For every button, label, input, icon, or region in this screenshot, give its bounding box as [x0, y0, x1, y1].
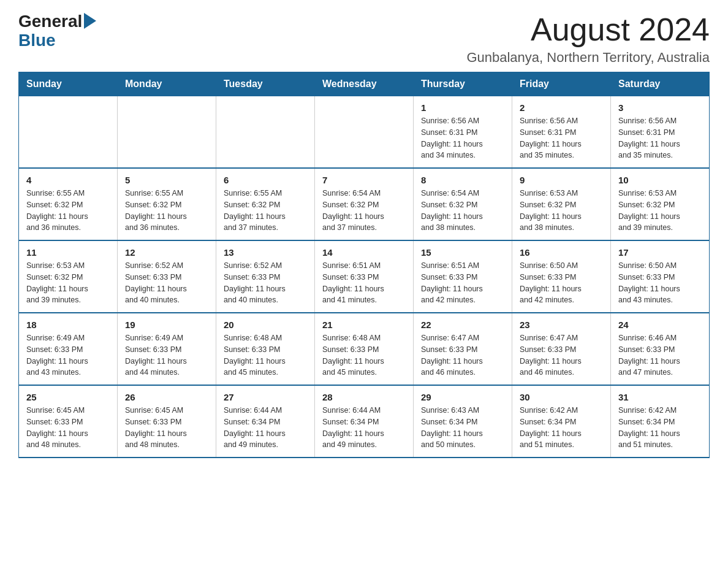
- day-info: Sunrise: 6:53 AMSunset: 6:32 PMDaylight:…: [520, 188, 603, 234]
- day-info: Sunrise: 6:54 AMSunset: 6:32 PMDaylight:…: [421, 188, 504, 234]
- calendar-cell: 8Sunrise: 6:54 AMSunset: 6:32 PMDaylight…: [414, 168, 512, 240]
- day-number: 1: [421, 102, 504, 113]
- calendar-cell: [315, 96, 414, 169]
- logo-blue-text: Blue: [18, 31, 56, 50]
- day-info: Sunrise: 6:55 AMSunset: 6:32 PMDaylight:…: [26, 188, 110, 234]
- title-section: August 2024 Gunbalanya, Northern Territo…: [466, 12, 710, 66]
- calendar-cell: 19Sunrise: 6:49 AMSunset: 6:33 PMDayligh…: [118, 313, 216, 385]
- calendar-cell: 3Sunrise: 6:56 AMSunset: 6:31 PMDaylight…: [611, 96, 710, 169]
- svg-marker-0: [84, 13, 96, 29]
- day-info: Sunrise: 6:52 AMSunset: 6:33 PMDaylight:…: [224, 260, 307, 306]
- week-row-2: 4Sunrise: 6:55 AMSunset: 6:32 PMDaylight…: [19, 168, 710, 240]
- day-number: 25: [26, 392, 110, 402]
- calendar-cell: [19, 96, 118, 169]
- day-info: Sunrise: 6:47 AMSunset: 6:33 PMDaylight:…: [520, 332, 603, 378]
- month-title: August 2024: [466, 12, 710, 47]
- day-number: 7: [322, 175, 406, 185]
- logo-arrow-icon: [84, 13, 96, 29]
- calendar-cell: [216, 96, 315, 169]
- header-monday: Monday: [118, 72, 216, 96]
- calendar-cell: 16Sunrise: 6:50 AMSunset: 6:33 PMDayligh…: [512, 240, 611, 313]
- day-info: Sunrise: 6:42 AMSunset: 6:34 PMDaylight:…: [618, 405, 702, 451]
- day-number: 13: [224, 247, 307, 258]
- day-info: Sunrise: 6:42 AMSunset: 6:34 PMDaylight:…: [520, 405, 603, 451]
- calendar-cell: 7Sunrise: 6:54 AMSunset: 6:32 PMDaylight…: [315, 168, 414, 240]
- day-number: 3: [618, 102, 702, 113]
- calendar-cell: 5Sunrise: 6:55 AMSunset: 6:32 PMDaylight…: [118, 168, 216, 240]
- calendar-cell: 18Sunrise: 6:49 AMSunset: 6:33 PMDayligh…: [19, 313, 118, 385]
- day-number: 27: [224, 392, 307, 402]
- day-info: Sunrise: 6:46 AMSunset: 6:33 PMDaylight:…: [618, 332, 702, 378]
- day-info: Sunrise: 6:45 AMSunset: 6:33 PMDaylight:…: [26, 405, 110, 451]
- day-info: Sunrise: 6:45 AMSunset: 6:33 PMDaylight:…: [125, 405, 208, 451]
- day-number: 18: [26, 320, 110, 330]
- calendar-cell: 20Sunrise: 6:48 AMSunset: 6:33 PMDayligh…: [216, 313, 315, 385]
- day-number: 6: [224, 175, 307, 185]
- day-info: Sunrise: 6:51 AMSunset: 6:33 PMDaylight:…: [421, 260, 504, 306]
- day-number: 2: [520, 102, 603, 113]
- day-number: 23: [520, 320, 603, 330]
- calendar-cell: 15Sunrise: 6:51 AMSunset: 6:33 PMDayligh…: [414, 240, 512, 313]
- calendar-cell: 31Sunrise: 6:42 AMSunset: 6:34 PMDayligh…: [611, 385, 710, 458]
- calendar-cell: 1Sunrise: 6:56 AMSunset: 6:31 PMDaylight…: [414, 96, 512, 169]
- day-number: 29: [421, 392, 504, 402]
- day-info: Sunrise: 6:56 AMSunset: 6:31 PMDaylight:…: [421, 115, 504, 161]
- logo: General Blue: [18, 12, 96, 50]
- calendar-cell: 4Sunrise: 6:55 AMSunset: 6:32 PMDaylight…: [19, 168, 118, 240]
- day-info: Sunrise: 6:50 AMSunset: 6:33 PMDaylight:…: [520, 260, 603, 306]
- week-row-5: 25Sunrise: 6:45 AMSunset: 6:33 PMDayligh…: [19, 385, 710, 458]
- day-number: 22: [421, 320, 504, 330]
- day-number: 26: [125, 392, 208, 402]
- day-info: Sunrise: 6:47 AMSunset: 6:33 PMDaylight:…: [421, 332, 504, 378]
- week-row-4: 18Sunrise: 6:49 AMSunset: 6:33 PMDayligh…: [19, 313, 710, 385]
- calendar-table: SundayMondayTuesdayWednesdayThursdayFrid…: [18, 72, 710, 458]
- day-number: 12: [125, 247, 208, 258]
- logo-general-text: General: [18, 12, 82, 31]
- calendar-cell: 17Sunrise: 6:50 AMSunset: 6:33 PMDayligh…: [611, 240, 710, 313]
- calendar-cell: 14Sunrise: 6:51 AMSunset: 6:33 PMDayligh…: [315, 240, 414, 313]
- calendar-cell: 28Sunrise: 6:44 AMSunset: 6:34 PMDayligh…: [315, 385, 414, 458]
- header-sunday: Sunday: [19, 72, 118, 96]
- day-info: Sunrise: 6:55 AMSunset: 6:32 PMDaylight:…: [125, 188, 208, 234]
- calendar-cell: 2Sunrise: 6:56 AMSunset: 6:31 PMDaylight…: [512, 96, 611, 169]
- day-info: Sunrise: 6:55 AMSunset: 6:32 PMDaylight:…: [224, 188, 307, 234]
- day-number: 5: [125, 175, 208, 185]
- header-friday: Friday: [512, 72, 611, 96]
- day-info: Sunrise: 6:51 AMSunset: 6:33 PMDaylight:…: [322, 260, 406, 306]
- day-info: Sunrise: 6:56 AMSunset: 6:31 PMDaylight:…: [520, 115, 603, 161]
- calendar-cell: 11Sunrise: 6:53 AMSunset: 6:32 PMDayligh…: [19, 240, 118, 313]
- day-number: 21: [322, 320, 406, 330]
- calendar-cell: 13Sunrise: 6:52 AMSunset: 6:33 PMDayligh…: [216, 240, 315, 313]
- day-number: 9: [520, 175, 603, 185]
- day-info: Sunrise: 6:54 AMSunset: 6:32 PMDaylight:…: [322, 188, 406, 234]
- day-number: 15: [421, 247, 504, 258]
- calendar-cell: 22Sunrise: 6:47 AMSunset: 6:33 PMDayligh…: [414, 313, 512, 385]
- day-info: Sunrise: 6:56 AMSunset: 6:31 PMDaylight:…: [618, 115, 702, 161]
- calendar-header-row: SundayMondayTuesdayWednesdayThursdayFrid…: [19, 72, 710, 96]
- day-number: 8: [421, 175, 504, 185]
- day-info: Sunrise: 6:49 AMSunset: 6:33 PMDaylight:…: [26, 332, 110, 378]
- day-info: Sunrise: 6:50 AMSunset: 6:33 PMDaylight:…: [618, 260, 702, 306]
- calendar-cell: 10Sunrise: 6:53 AMSunset: 6:32 PMDayligh…: [611, 168, 710, 240]
- page-header: General Blue August 2024 Gunbalanya, Nor…: [18, 12, 710, 66]
- calendar-cell: 26Sunrise: 6:45 AMSunset: 6:33 PMDayligh…: [118, 385, 216, 458]
- day-info: Sunrise: 6:44 AMSunset: 6:34 PMDaylight:…: [224, 405, 307, 451]
- day-number: 17: [618, 247, 702, 258]
- day-number: 16: [520, 247, 603, 258]
- calendar-cell: 12Sunrise: 6:52 AMSunset: 6:33 PMDayligh…: [118, 240, 216, 313]
- day-number: 30: [520, 392, 603, 402]
- calendar-cell: 27Sunrise: 6:44 AMSunset: 6:34 PMDayligh…: [216, 385, 315, 458]
- header-thursday: Thursday: [414, 72, 512, 96]
- day-number: 28: [322, 392, 406, 402]
- day-info: Sunrise: 6:43 AMSunset: 6:34 PMDaylight:…: [421, 405, 504, 451]
- calendar-cell: 25Sunrise: 6:45 AMSunset: 6:33 PMDayligh…: [19, 385, 118, 458]
- calendar-cell: 9Sunrise: 6:53 AMSunset: 6:32 PMDaylight…: [512, 168, 611, 240]
- day-info: Sunrise: 6:49 AMSunset: 6:33 PMDaylight:…: [125, 332, 208, 378]
- day-number: 10: [618, 175, 702, 185]
- day-number: 14: [322, 247, 406, 258]
- week-row-1: 1Sunrise: 6:56 AMSunset: 6:31 PMDaylight…: [19, 96, 710, 169]
- day-number: 11: [26, 247, 110, 258]
- day-number: 20: [224, 320, 307, 330]
- week-row-3: 11Sunrise: 6:53 AMSunset: 6:32 PMDayligh…: [19, 240, 710, 313]
- day-info: Sunrise: 6:48 AMSunset: 6:33 PMDaylight:…: [224, 332, 307, 378]
